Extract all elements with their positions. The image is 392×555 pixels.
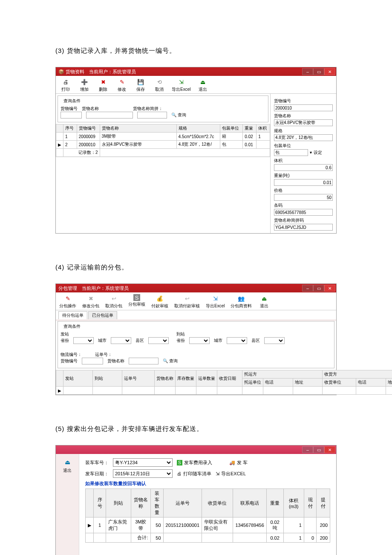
f-vol[interactable] (274, 164, 333, 171)
tb-exit[interactable]: ⏏退出 (196, 78, 209, 92)
subpack-table: 发站 到站 运单号 货物名称 库存数量 运单数量 收货日期 托运方 收货方 托运… (56, 370, 392, 395)
inp-name[interactable] (86, 112, 133, 119)
sel-vehicle[interactable]: 粤Y-Y1234 (113, 458, 173, 467)
col-spec[interactable]: 规格 (176, 124, 220, 133)
minimize-button[interactable]: – (302, 446, 313, 453)
col-seq[interactable]: 序号 (63, 124, 77, 133)
btn-print[interactable]: 🖨 打印随车清单 (177, 471, 211, 477)
tab-done[interactable]: 已分包运单 (88, 311, 117, 319)
tb-save[interactable]: 💾保存 (134, 78, 147, 92)
window-subpack: 分包管理 当前用户：系统管理员 – ▭ ✕ ✎分包操作 ✖修改分包 ↩取消分包 … (55, 283, 337, 395)
detail-form: 货物编号 货物名称 规格 包装单位 ▾ 设定 体积 重量(吨) 价格 条码 (270, 94, 336, 233)
btn-dispatch[interactable]: 🚚 发 车 (229, 460, 248, 466)
set-unit-btn[interactable]: 设定 (314, 150, 322, 156)
f-spec[interactable] (274, 134, 333, 141)
f-price[interactable] (274, 194, 333, 201)
inp-hwbh[interactable] (82, 358, 103, 364)
count-row: 记录数：2 (56, 149, 270, 157)
minimize-button[interactable]: – (302, 68, 313, 75)
lbl-name: 货物名称 (82, 106, 99, 112)
lbl-code: 货物编号 (61, 106, 78, 112)
col-code[interactable]: 货物编号 (77, 124, 100, 133)
sel-date[interactable]: 2015年12月10日 (113, 469, 173, 478)
maximize-button[interactable]: ▭ (313, 446, 324, 453)
search-button-2[interactable]: 🔍 查询 (163, 358, 178, 364)
btn-export3[interactable]: ⇲ 导出EXCEL (216, 471, 246, 477)
btn-fee[interactable]: S发车费用录入 (177, 460, 212, 466)
sel-cs2[interactable] (227, 337, 247, 344)
caption-3: (3) 货物记录入库，并将货物统一编号。 (55, 47, 337, 55)
maximize-button[interactable]: ▭ (313, 68, 324, 75)
tb-audit[interactable]: S分包审核 (128, 294, 145, 307)
tb-add[interactable]: ➕增加 (78, 78, 91, 92)
tb-exit2[interactable]: ⏏退出 (258, 294, 271, 309)
legend: 查询条件 (62, 98, 82, 104)
titlebar-2: 分包管理 当前用户：系统管理员 – ▭ ✕ (56, 284, 336, 292)
f-unit[interactable] (274, 149, 308, 156)
tb-vendor[interactable]: 👥分包商资料 (231, 294, 252, 309)
col-vol[interactable]: 体积 (257, 124, 270, 133)
close-button[interactable]: ✕ (324, 446, 335, 453)
table-row[interactable]: ▶1广东东莞虎门 3M胶带502015121000001 华联实业有限公司134… (86, 517, 330, 533)
titlebar-1: 📦 货物资料 当前用户：系统管理员 – ▭ ✕ (56, 67, 336, 76)
tb-edit[interactable]: ✎修改 (115, 78, 128, 92)
f-barcode[interactable] (274, 209, 333, 216)
toolbar-1: 🖨打印 ➕增加 ✖删除 ✎修改 💾保存 ⟲取消 ⇲导出Excel ⏏退出 (56, 76, 336, 94)
caption-4: (4) 记录运输前的分包。 (55, 263, 337, 272)
caption-5: (5) 搜索出分包记录，并安排车辆进行发车配送。 (55, 425, 337, 433)
dispatch-table: 序号 到站 货物名称 装车 数量 运单号 收货单位 联系电话 重量 体积(m3)… (85, 489, 330, 543)
tb-cancel[interactable]: ⟲取消 (153, 78, 166, 92)
col-unit[interactable]: 包装单位 (220, 124, 243, 133)
table-row[interactable]: ▶22000010 永冠4.8PVC警示胶带4.8宽 20Y，12卷/包 0.0… (56, 141, 270, 149)
close-button[interactable]: ✕ (324, 68, 335, 75)
search-panel-2: 查询条件 发站 省份 城市 县区 到站 省份 城市 (58, 321, 334, 368)
tb-pay[interactable]: 💰付款审核 (151, 294, 168, 309)
table-row[interactable]: ▶广东佛山南海广东东莞虎门 2015121000003M胶带50 502015/… (56, 387, 392, 395)
side-exit[interactable]: ⏏退出 (63, 457, 72, 474)
tb-export[interactable]: ⇲导出Excel (172, 78, 190, 92)
tb-cancel[interactable]: ↩取消分包 (105, 294, 122, 309)
tb-op[interactable]: ✎分包操作 (59, 294, 76, 309)
window-goods: 📦 货物资料 当前用户：系统管理员 – ▭ ✕ 🖨打印 ➕增加 ✖删除 ✎修改 … (55, 67, 337, 234)
tb-mod[interactable]: ✖修改分包 (82, 294, 99, 309)
tb-cpay[interactable]: ↩取消付款审核 (174, 294, 200, 309)
table-row[interactable]: 12000009 3M胶带4.5cm*150cm*2.7c箱 0.021 (56, 133, 270, 141)
f-code[interactable] (274, 104, 333, 111)
tb-export2[interactable]: ⇲导出Excel (206, 294, 225, 309)
sel-sf2[interactable] (189, 337, 210, 344)
goods-table: 序号 货物编号 货物名称 规格 包装单位 重量 体积 12000009 3M胶带… (56, 124, 270, 157)
col-name[interactable]: 货物名称 (100, 124, 176, 133)
inp-hwmc[interactable] (129, 358, 159, 364)
tb-delete[interactable]: ✖删除 (97, 78, 110, 92)
toolbar-2: ✎分包操作 ✖修改分包 ↩取消分包 S分包审核 💰付款审核 ↩取消付款审核 ⇲导… (56, 292, 336, 310)
search-panel: 查询条件 货物编号 货物名称 货物名称简拼： 🔍 查询 (58, 95, 268, 122)
inp-code[interactable] (61, 112, 82, 119)
sel-sf1[interactable] (73, 337, 94, 344)
title-icon: 📦 (58, 69, 64, 75)
sel-xq1[interactable] (148, 337, 169, 344)
col-weight[interactable]: 重量 (243, 124, 257, 133)
inp-pinyin[interactable] (137, 112, 167, 119)
maximize-button[interactable]: ▭ (313, 285, 324, 292)
search-button[interactable]: 🔍 查询 (171, 112, 186, 118)
sum-row: 合计: 50 0.021 0200 (86, 533, 330, 543)
f-pinyin[interactable] (274, 224, 333, 231)
window-dispatch: – ▭ ✕ ⏏退出 🔵全部装车 🟢逐份装车 装车车号： 粤Y-Y1234 S发车… (55, 445, 337, 555)
title-text-2: 分包管理 当前用户：系统管理员 (58, 285, 129, 292)
f-name[interactable] (274, 119, 333, 126)
minimize-button[interactable]: – (302, 285, 313, 292)
sel-xq2[interactable] (264, 337, 285, 344)
close-button[interactable]: ✕ (324, 285, 335, 292)
title-text: 货物资料 当前用户：系统管理员 (66, 69, 136, 75)
note: 如果修改装车数量按回车确认 (85, 480, 330, 487)
tb-print[interactable]: 🖨打印 (59, 78, 72, 92)
side-panel: ⏏退出 🔵全部装车 🟢逐份装车 (56, 454, 79, 555)
sel-cs1[interactable] (111, 337, 131, 344)
lbl-pinyin: 货物名称简拼： (133, 106, 163, 112)
tab-pending[interactable]: 待分包运单 (58, 311, 87, 319)
f-weight[interactable] (274, 179, 333, 186)
